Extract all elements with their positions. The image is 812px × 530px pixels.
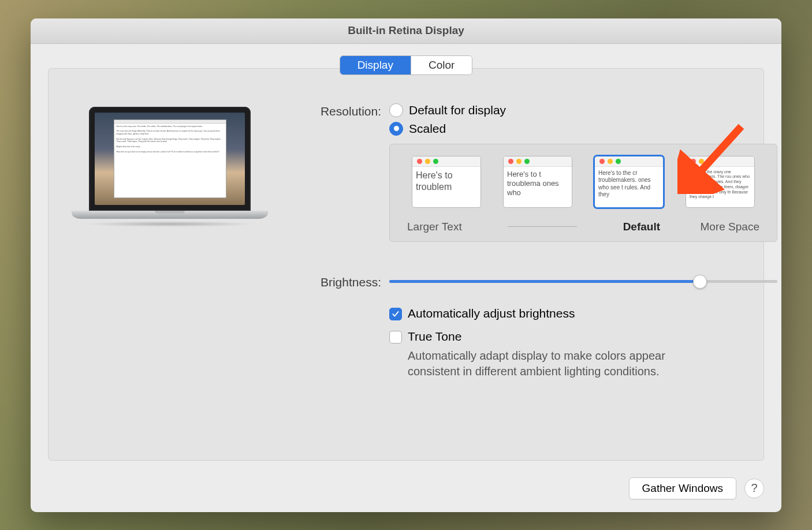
brightness-slider[interactable] (389, 280, 777, 283)
resolution-label: Resolution: (303, 103, 389, 118)
radio-icon (389, 103, 403, 117)
tab-display[interactable]: Display (340, 56, 411, 74)
scale-preview-3: Here's to the cr troublemakers. ones who… (595, 167, 663, 201)
scale-option-2[interactable]: Here's to t troublema ones who (501, 154, 575, 210)
brightness-label: Brightness: (303, 274, 389, 289)
tab-color[interactable]: Color (411, 56, 472, 74)
scale-preview-2: Here's to t troublema ones who (504, 167, 572, 201)
tab-segmented-control: Display Color (340, 55, 473, 75)
help-button[interactable]: ? (744, 479, 764, 498)
scale-label-more: More Space (701, 221, 759, 233)
scale-option-1[interactable]: Here's to troublem (409, 154, 483, 210)
prefs-window: Built-in Retina Display Display Color He… (31, 18, 781, 512)
radio-scaled-label: Scaled (409, 122, 446, 136)
auto-brightness-label: Automatically adjust brightness (408, 307, 575, 320)
annotation-arrow-icon (677, 119, 753, 194)
radio-icon-checked (389, 122, 403, 136)
true-tone-label: True Tone (408, 330, 461, 344)
checkbox-true-tone[interactable]: True Tone (389, 330, 777, 344)
window-title: Built-in Retina Display (348, 24, 464, 37)
display-panel: Here's to the crazy ones. The misfits. T… (48, 68, 764, 461)
scale-preview-1: Here's to troublem (412, 167, 481, 196)
gather-windows-button[interactable]: Gather Windows (629, 477, 736, 499)
scale-label-larger: Larger Text (407, 221, 462, 233)
checkbox-auto-brightness[interactable]: Automatically adjust brightness (389, 307, 777, 320)
checkbox-icon-checked (389, 308, 402, 320)
radio-default-for-display[interactable]: Default for display (389, 103, 777, 117)
checkbox-icon (389, 331, 402, 344)
scale-label-default: Default (623, 221, 660, 233)
scale-option-3[interactable]: Here's to the cr troublemakers. ones who… (592, 154, 666, 210)
display-preview: Here's to the crazy ones. The misfits. T… (72, 107, 268, 234)
svg-line-0 (692, 126, 742, 181)
scale-divider (508, 226, 577, 227)
slider-thumb-icon (693, 275, 707, 289)
radio-default-label: Default for display (409, 103, 506, 117)
true-tone-description: Automatically adapt display to make colo… (408, 348, 679, 379)
window-titlebar: Built-in Retina Display (31, 18, 781, 44)
window-content: Display Color Here's to the crazy ones. … (31, 44, 781, 512)
